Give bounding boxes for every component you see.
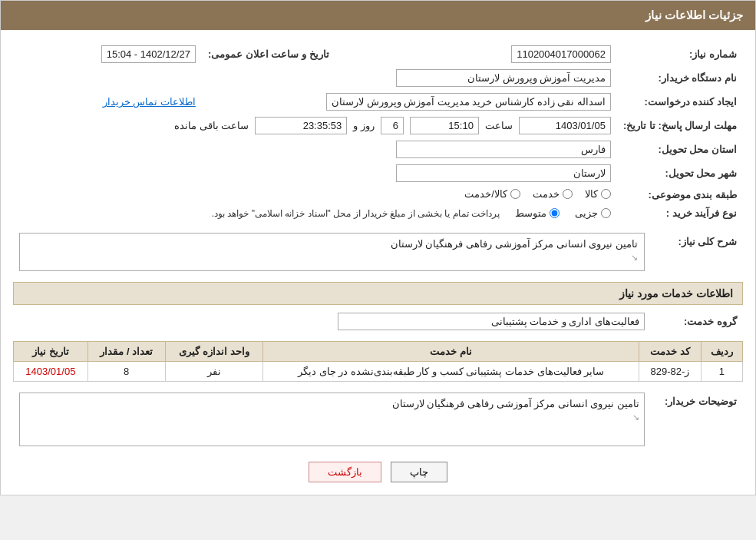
ijad-value: اسداله نقی زاده کارشناس خرید مدیریت آموز… <box>326 93 611 111</box>
nouf-description: پرداخت تمام یا بخشی از مبلغ خریدار از مح… <box>212 208 500 219</box>
tarikh-elan-value-cell: 1402/12/27 - 15:04 <box>13 42 202 66</box>
radio-jozii-label: جزیی <box>575 207 598 219</box>
services-table-header: ردیف کد خدمت نام خدمت واحد اندازه گیری ت… <box>14 342 743 362</box>
page-header: جزئیات اطلاعات نیاز <box>1 1 755 30</box>
nouf-row-inner: جزیی متوسط پرداخت تمام یا بخشی از مبلغ خ… <box>19 207 611 219</box>
radio-jozii[interactable]: جزیی <box>575 207 611 219</box>
radio-khadamat[interactable]: خدمت <box>533 188 573 200</box>
dastgah-value: مدیریت آموزش وپرورش لارستان <box>396 69 611 87</box>
content-area: شماره نیاز: 1102004017000062 تاریخ و ساع… <box>1 30 755 495</box>
ostan-value: فارس <box>396 141 611 158</box>
khadamat-section-header: اطلاعات خدمات مورد نیاز <box>13 282 743 305</box>
col-radif: ردیف <box>701 342 742 362</box>
radio-kala-label: کالا <box>585 188 598 200</box>
mohlet-date: 1403/01/05 <box>519 117 611 134</box>
grouh-value: فعالیت‌های اداری و خدمات پشتیبانی <box>338 313 645 330</box>
grouh-value-cell: فعالیت‌های اداری و خدمات پشتیبانی <box>13 310 651 333</box>
roz-label: روز و <box>353 120 375 131</box>
button-row: چاپ بازگشت <box>13 462 743 482</box>
col-vahed: واحد اندازه گیری <box>165 342 262 362</box>
shahr-value-cell: لارستان <box>13 161 617 185</box>
row-shomareh: شماره نیاز: 1102004017000062 تاریخ و ساع… <box>13 42 743 66</box>
tozihat-table: توضیحات خریدار: تامین نیروی انسانی مرکز … <box>13 389 743 449</box>
radio-jozii-input[interactable] <box>601 208 611 218</box>
tozihat-value-box: تامین نیروی انسانی مرکز آموزشی رفاهی فره… <box>19 393 645 446</box>
sharh-value-box: تامین نیروی انسانی مرکز آموزشی رفاهی فره… <box>19 233 645 271</box>
mohlet-value-cell: 1403/01/05 ساعت 15:10 6 روز و 23:35:53 س… <box>13 114 617 137</box>
row-sharh: شرح کلی نیاز: تامین نیروی انسانی مرکز آم… <box>13 230 743 274</box>
dastgah-label: نام دستگاه خریدار: <box>617 66 743 90</box>
radio-motavasset-input[interactable] <box>550 208 560 218</box>
mohlet-saat: 15:10 <box>410 117 479 134</box>
main-info-table: شماره نیاز: 1102004017000062 تاریخ و ساع… <box>13 42 743 222</box>
page-title: جزئیات اطلاعات نیاز <box>645 8 743 22</box>
shomareh-niaz-value: 1102004017000062 <box>511 45 611 63</box>
table-cell-2: سایر فعالیت‌های خدمات پشتیبانی کسب و کار… <box>263 362 639 382</box>
ettelaat-tamas-link[interactable]: اطلاعات تماس خریدار <box>103 96 196 108</box>
nouf-label: نوع فرآیند خرید : <box>617 204 743 222</box>
grouh-table: گروه خدمت: فعالیت‌های اداری و خدمات پشتی… <box>13 310 743 333</box>
row-tozihat: توضیحات خریدار: تامین نیروی انسانی مرکز … <box>13 389 743 449</box>
tarikh-elan-label: تاریخ و ساعت اعلان عمومی: <box>202 42 345 66</box>
ijad-value-cell: اسداله نقی زاده کارشناس خرید مدیریت آموز… <box>202 90 617 114</box>
sharh-value: تامین نیروی انسانی مرکز آموزشی رفاهی فره… <box>391 238 638 250</box>
saat-baghi-label: ساعت باقی مانده <box>174 120 249 131</box>
shomareh-value-cell: 1102004017000062 <box>345 42 617 66</box>
mohlet-label: مهلت ارسال پاسخ: تا تاریخ: <box>617 114 743 137</box>
tabaqeh-label: طبقه بندی موضوعی: <box>617 185 743 204</box>
table-header-row: ردیف کد خدمت نام خدمت واحد اندازه گیری ت… <box>14 342 743 362</box>
shahr-value: لارستان <box>396 164 611 182</box>
sharh-table: شرح کلی نیاز: تامین نیروی انسانی مرکز آم… <box>13 230 743 274</box>
table-cell-3: نفر <box>165 362 262 382</box>
dastgah-value-cell: مدیریت آموزش وپرورش لارستان <box>13 66 617 90</box>
radio-khadamat-label: خدمت <box>533 188 560 200</box>
mohlet-inline: 1403/01/05 ساعت 15:10 6 روز و 23:35:53 س… <box>19 117 611 134</box>
radio-kala-khadamat-input[interactable] <box>510 189 520 199</box>
col-kod: کد خدمت <box>639 342 702 362</box>
radio-motavasset-label: متوسط <box>515 207 546 219</box>
radio-motavasset[interactable]: متوسط <box>515 207 560 219</box>
ettelaat-tamas-cell: اطلاعات تماس خریدار <box>13 90 202 114</box>
col-tedad: تعداد / مقدار <box>87 342 165 362</box>
shahr-label: شهر محل تحویل: <box>617 161 743 185</box>
row-mohlet: مهلت ارسال پاسخ: تا تاریخ: 1403/01/05 سا… <box>13 114 743 137</box>
mohlet-saat-baghi: 23:35:53 <box>255 117 347 134</box>
radio-kala[interactable]: کالا <box>585 188 611 200</box>
row-ijad: ایجاد کننده درخواست: اسداله نقی زاده کار… <box>13 90 743 114</box>
services-table: ردیف کد خدمت نام خدمت واحد اندازه گیری ت… <box>13 341 743 382</box>
radio-khadamat-input[interactable] <box>563 189 573 199</box>
table-cell-0: 1 <box>701 362 742 382</box>
page-wrapper: جزئیات اطلاعات نیاز شماره نیاز: 11020040… <box>0 0 756 495</box>
tozihat-value: تامین نیروی انسانی مرکز آموزشی رفاهی فره… <box>392 398 639 409</box>
btn-chap[interactable]: چاپ <box>391 462 447 482</box>
ostan-value-cell: فارس <box>13 137 617 161</box>
btn-bazgasht[interactable]: بازگشت <box>309 462 381 482</box>
tozihat-value-cell: تامین نیروی انسانی مرکز آموزشی رفاهی فره… <box>13 389 651 449</box>
col-nam: نام خدمت <box>263 342 639 362</box>
services-table-body: 1ز-82-829سایر فعالیت‌های خدمات پشتیبانی … <box>14 362 743 382</box>
tarikh-elan-value: 1402/12/27 - 15:04 <box>101 45 196 63</box>
radio-kala-khadamat[interactable]: کالا/خدمت <box>464 188 520 200</box>
tozihat-label: توضیحات خریدار: <box>651 389 743 449</box>
sharh-value-cell: تامین نیروی انسانی مرکز آموزشی رفاهی فره… <box>13 230 651 274</box>
table-cell-1: ز-82-829 <box>639 362 702 382</box>
shomareh-label: شماره نیاز: <box>617 42 743 66</box>
tabaqeh-radio-group: کالا خدمت کالا/خدمت <box>464 188 611 200</box>
saat-label: ساعت <box>485 120 513 131</box>
radio-kala-khadamat-label: کالا/خدمت <box>464 188 507 200</box>
row-nouf: نوع فرآیند خرید : جزیی متوسط پرداخت <box>13 204 743 222</box>
tabaqeh-radio-cell: کالا خدمت کالا/خدمت <box>13 185 617 204</box>
ostan-label: استان محل تحویل: <box>617 137 743 161</box>
khadamat-section-title: اطلاعات خدمات مورد نیاز <box>619 287 733 300</box>
table-cell-4: 8 <box>87 362 165 382</box>
grouh-label: گروه خدمت: <box>651 310 743 333</box>
sharh-label: شرح کلی نیاز: <box>651 230 743 274</box>
row-dastgah: نام دستگاه خریدار: مدیریت آموزش وپرورش ل… <box>13 66 743 90</box>
nouf-value-cell: جزیی متوسط پرداخت تمام یا بخشی از مبلغ خ… <box>13 204 617 222</box>
col-tarikh: تاریخ نیاز <box>14 342 88 362</box>
row-ostan: استان محل تحویل: فارس <box>13 137 743 161</box>
ijad-label: ایجاد کننده درخواست: <box>617 90 743 114</box>
table-cell-5: 1403/01/05 <box>14 362 88 382</box>
radio-kala-input[interactable] <box>601 189 611 199</box>
mohlet-roz: 6 <box>381 117 404 134</box>
